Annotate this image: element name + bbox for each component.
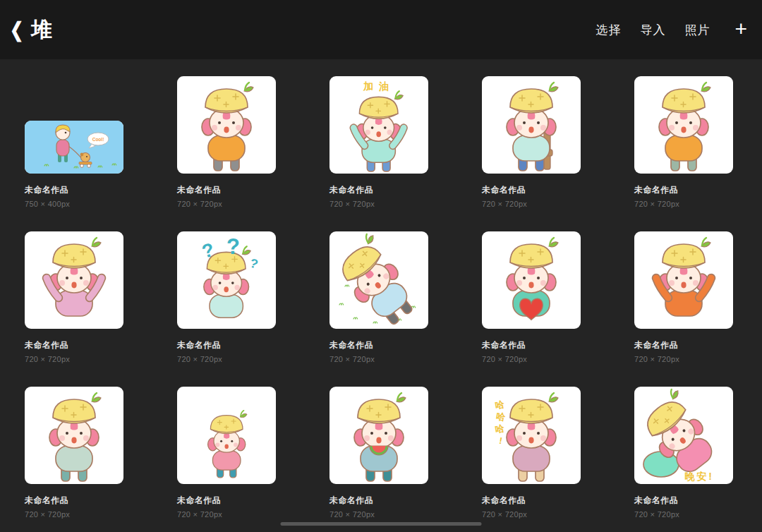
artwork-thumbnail[interactable]: 哈哈哈! <box>482 387 581 484</box>
artwork-item[interactable]: 未命名作品720 × 720px <box>634 231 733 363</box>
artwork-item[interactable]: 未命名作品720 × 720px <box>25 231 123 363</box>
artwork-title[interactable]: 未命名作品 <box>25 339 123 351</box>
artwork-thumbnail[interactable]: ? ? ? <box>177 231 276 329</box>
artwork-size: 720 × 720px <box>634 200 733 208</box>
artwork-meta: 未命名作品720 × 720px <box>25 495 123 519</box>
artwork-title[interactable]: 未命名作品 <box>177 339 276 351</box>
back-chevron-icon: ❮ <box>10 20 23 40</box>
artwork-thumbnail-area: ? ? ? <box>177 231 276 329</box>
artwork-item[interactable]: ? ? ?未命名作品720 × 720px <box>177 231 276 363</box>
artwork-thumbnail-area <box>634 76 733 174</box>
horizontal-scrollbar[interactable] <box>281 522 482 526</box>
artwork-size: 720 × 720px <box>329 510 428 519</box>
artwork-meta: 未命名作品720 × 720px <box>634 339 733 363</box>
artwork-item[interactable]: 未命名作品720 × 720px <box>482 76 581 208</box>
artwork-item[interactable]: 未命名作品720 × 720px <box>329 231 428 363</box>
artwork-item[interactable]: 未命名作品720 × 720px <box>634 76 733 208</box>
artwork-title[interactable]: 未命名作品 <box>177 495 276 507</box>
artwork-size: 720 × 720px <box>482 510 581 519</box>
artwork-size: 720 × 720px <box>25 510 123 519</box>
artwork-meta: 未命名作品720 × 720px <box>25 339 123 363</box>
artwork-meta: 未命名作品720 × 720px <box>482 339 581 363</box>
artwork-title[interactable]: 未命名作品 <box>329 184 428 196</box>
artwork-title[interactable]: 未命名作品 <box>177 184 276 196</box>
artwork-thumbnail[interactable]: 晚安! <box>634 387 733 484</box>
artwork-meta: 未命名作品720 × 720px <box>634 495 733 519</box>
svg-text:加油: 加油 <box>363 80 394 92</box>
artwork-meta: 未命名作品720 × 720px <box>482 495 581 519</box>
artwork-title[interactable]: 未命名作品 <box>482 495 581 507</box>
artwork-thumbnail-area <box>329 387 428 484</box>
svg-text:哈: 哈 <box>495 399 506 411</box>
artwork-thumbnail-area <box>25 231 123 329</box>
artwork-thumbnail[interactable] <box>329 387 428 484</box>
artwork-size: 720 × 720px <box>177 355 276 363</box>
select-button[interactable]: 选择 <box>595 22 621 38</box>
artwork-thumbnail[interactable] <box>634 231 733 329</box>
artwork-thumbnail-area <box>482 76 581 174</box>
artwork-title[interactable]: 未命名作品 <box>482 184 581 196</box>
import-button[interactable]: 导入 <box>640 22 665 38</box>
artwork-meta: 未命名作品720 × 720px <box>329 495 428 519</box>
artwork-size: 720 × 720px <box>634 510 733 519</box>
artwork-thumbnail[interactable]: Cool! <box>25 121 123 174</box>
artwork-item[interactable]: 哈哈哈!未命名作品720 × 720px <box>482 387 581 519</box>
svg-text:?: ? <box>226 234 240 259</box>
artwork-thumbnail-area <box>25 387 123 484</box>
artwork-title[interactable]: 未命名作品 <box>482 339 581 351</box>
artwork-meta: 未命名作品750 × 400px <box>25 184 123 208</box>
artwork-item[interactable]: 晚安!未命名作品720 × 720px <box>634 387 733 519</box>
artwork-size: 720 × 720px <box>329 200 428 208</box>
artwork-meta: 未命名作品720 × 720px <box>634 184 733 208</box>
artwork-title[interactable]: 未命名作品 <box>634 339 733 351</box>
artwork-thumbnail[interactable] <box>634 76 733 174</box>
artwork-title[interactable]: 未命名作品 <box>634 495 733 507</box>
svg-text:哈: 哈 <box>495 411 507 423</box>
artwork-thumbnail-area <box>482 231 581 329</box>
artwork-thumbnail-area: 加油 <box>329 76 428 174</box>
artwork-thumbnail[interactable] <box>25 231 123 329</box>
artwork-thumbnail[interactable] <box>482 231 581 329</box>
artwork-item[interactable]: 未命名作品720 × 720px <box>482 231 581 363</box>
add-button[interactable]: + <box>734 19 748 40</box>
artwork-item[interactable]: Cool! 未命名作品750 × 400px <box>25 76 123 208</box>
artwork-meta: 未命名作品720 × 720px <box>177 339 276 363</box>
artwork-title[interactable]: 未命名作品 <box>329 339 428 351</box>
artwork-meta: 未命名作品720 × 720px <box>482 184 581 208</box>
artwork-thumbnail-area <box>634 231 733 329</box>
artwork-title[interactable]: 未命名作品 <box>329 495 428 507</box>
artwork-thumbnail[interactable]: 加油 <box>329 76 428 174</box>
artwork-thumbnail[interactable] <box>177 387 276 484</box>
artwork-thumbnail-area: 哈哈哈! <box>482 387 581 484</box>
artwork-meta: 未命名作品720 × 720px <box>177 495 276 519</box>
svg-text:晚安!: 晚安! <box>684 471 714 482</box>
artwork-item[interactable]: 未命名作品720 × 720px <box>177 76 276 208</box>
artwork-title[interactable]: 未命名作品 <box>25 184 123 196</box>
artwork-thumbnail[interactable] <box>482 76 581 174</box>
svg-text:!: ! <box>498 435 503 447</box>
artwork-title[interactable]: 未命名作品 <box>25 495 123 507</box>
artwork-grid: Cool! 未命名作品750 × 400px 未命名作品720 × 720px <box>0 59 762 519</box>
artwork-thumbnail-area <box>177 387 276 484</box>
artwork-size: 720 × 720px <box>634 355 733 363</box>
svg-text:?: ? <box>200 239 216 262</box>
artwork-item[interactable]: 未命名作品720 × 720px <box>25 387 123 519</box>
artwork-item[interactable]: 加油未命名作品720 × 720px <box>329 76 428 208</box>
artwork-item[interactable]: 未命名作品720 × 720px <box>329 387 428 519</box>
photos-button[interactable]: 照片 <box>684 22 710 38</box>
artwork-thumbnail-area: Cool! <box>25 76 123 174</box>
stack-title: 堆 <box>31 16 53 44</box>
artwork-thumbnail-area: 晚安! <box>634 387 733 484</box>
artwork-thumbnail[interactable] <box>177 76 276 174</box>
artwork-title[interactable]: 未命名作品 <box>634 184 733 196</box>
artwork-item[interactable]: 未命名作品720 × 720px <box>177 387 276 519</box>
artwork-thumbnail[interactable] <box>329 231 428 329</box>
artwork-thumbnail[interactable] <box>25 387 123 484</box>
artwork-meta: 未命名作品720 × 720px <box>329 184 428 208</box>
artwork-size: 720 × 720px <box>329 355 428 363</box>
artwork-size: 720 × 720px <box>25 355 123 363</box>
artwork-size: 720 × 720px <box>482 200 581 208</box>
nav-actions: 选择 导入 照片 + <box>595 19 748 40</box>
artwork-thumbnail-area <box>329 231 428 329</box>
back-button[interactable]: ❮ 堆 <box>10 16 53 44</box>
